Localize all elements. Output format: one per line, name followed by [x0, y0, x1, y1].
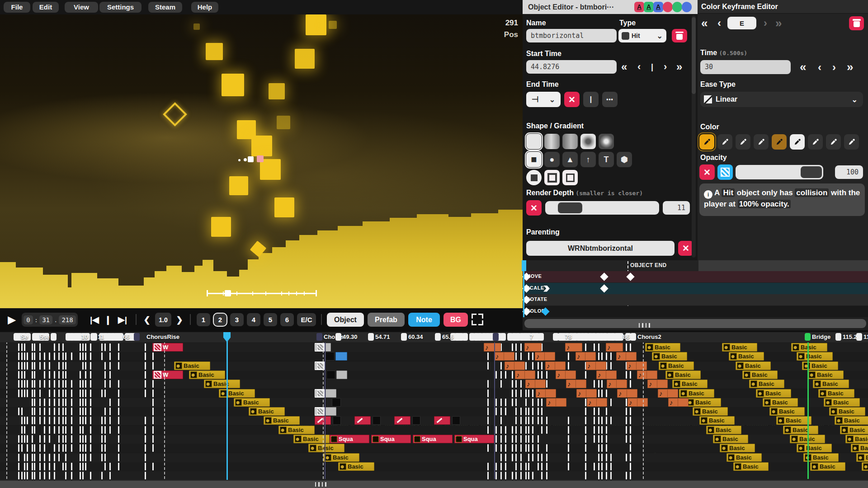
timeline-block-basic[interactable]: Basic: [249, 407, 285, 416]
timeline-block[interactable]: [412, 416, 420, 425]
timeline-block-basic[interactable]: Basic: [706, 426, 741, 434]
theme-text-button[interactable]: A: [644, 2, 654, 12]
color-swatch-9[interactable]: [844, 134, 859, 150]
time-nudge-right[interactable]: ›: [832, 60, 836, 74]
theme-color-button[interactable]: [663, 2, 673, 12]
timeline-block[interactable]: [333, 416, 341, 425]
theme-text-button[interactable]: A: [653, 2, 663, 12]
object-editor-scrollbar[interactable]: [692, 15, 696, 258]
timeline-block-basic[interactable]: Basic: [722, 343, 757, 352]
timeline-block[interactable]: [616, 380, 627, 388]
parent-clear-button[interactable]: ✕: [678, 241, 693, 256]
timeline-block-squa[interactable]: Squa: [330, 435, 369, 443]
type-dropdown[interactable]: Hit ⌄: [618, 29, 666, 42]
timeline-block[interactable]: [326, 371, 335, 379]
menu-item-settings[interactable]: Settings: [99, 2, 142, 13]
color-swatch-3[interactable]: [736, 134, 750, 150]
kf-prev-button[interactable]: ‹: [717, 16, 721, 30]
timeline-marker[interactable]: [335, 333, 341, 341]
timeline-block-basic[interactable]: Basic: [293, 435, 330, 443]
mask-circle-button[interactable]: [526, 170, 542, 185]
ease-type-dropdown[interactable]: Linear ⌄: [700, 92, 863, 107]
render-depth-value[interactable]: 11: [663, 201, 690, 215]
timeline-checkpoint-flag[interactable]: [316, 333, 322, 341]
shape-circle-button[interactable]: ●: [544, 152, 560, 167]
timeline-block[interactable]: [646, 371, 657, 379]
timeline-block[interactable]: [556, 398, 566, 407]
render-depth-reset-button[interactable]: ✕: [526, 200, 542, 216]
timeline-block[interactable]: [596, 398, 607, 407]
gradient-radial-out-button[interactable]: [599, 134, 614, 149]
timeline-scrollbar[interactable]: [0, 480, 868, 488]
color-swatch-5[interactable]: [772, 134, 787, 150]
timeline-block[interactable]: ♪: [606, 343, 623, 352]
timeline-block[interactable]: [373, 416, 381, 425]
timeline-marker[interactable]: [14, 333, 19, 341]
mask-square-thin-button[interactable]: [562, 170, 578, 185]
gradient-radial-in-button[interactable]: [580, 134, 596, 149]
timeline-block-basic[interactable]: Basic: [818, 389, 854, 398]
end-time-more-button[interactable]: •••: [602, 92, 618, 107]
timeline-marker[interactable]: [33, 333, 38, 341]
timeline-block-basic[interactable]: Basic: [756, 389, 791, 398]
timeline-block[interactable]: [565, 371, 576, 379]
timeline-block-basic[interactable]: Basic: [338, 462, 374, 471]
kf-next-button[interactable]: ›: [764, 16, 767, 30]
timeline-block[interactable]: [394, 416, 410, 425]
timeline-block-w[interactable]: W: [152, 343, 183, 352]
timeline-block[interactable]: [434, 416, 450, 425]
opacity-slider-thumb[interactable]: [801, 166, 822, 178]
tab-note[interactable]: Note: [408, 313, 440, 327]
color-swatch-6[interactable]: [790, 134, 805, 150]
timeline-block[interactable]: [326, 389, 336, 398]
time-nudge-big-left[interactable]: «: [800, 60, 806, 74]
theme-color-button[interactable]: [682, 2, 692, 12]
timeline-block[interactable]: [576, 380, 586, 388]
timeline-marker[interactable]: [368, 333, 374, 341]
timeline-block[interactable]: [335, 352, 347, 361]
timeline-marker-bridge[interactable]: [805, 333, 811, 341]
theme-text-button[interactable]: A: [634, 2, 644, 12]
timeline-block-basic[interactable]: Basic: [665, 371, 701, 379]
timeline-block[interactable]: [657, 380, 668, 388]
speed-value[interactable]: 1.0: [155, 313, 171, 327]
timeline-block[interactable]: [595, 361, 606, 370]
start-time-first-button[interactable]: «: [621, 60, 627, 74]
timeline-block-basic[interactable]: Basic: [810, 462, 845, 471]
timeline-block[interactable]: ♪: [484, 343, 501, 352]
fullscreen-button[interactable]: [472, 314, 483, 325]
start-time-prev-button[interactable]: ‹: [637, 60, 641, 74]
timeline-block[interactable]: [606, 371, 617, 379]
opacity-blend-button[interactable]: [717, 164, 733, 180]
timeline-block-basic[interactable]: Basic: [791, 343, 827, 352]
timeline-marker[interactable]: [74, 333, 80, 341]
timeline-block-basic[interactable]: Basic: [720, 444, 755, 452]
menu-item-view[interactable]: View: [65, 2, 98, 13]
shape-triangle-button[interactable]: ▲: [562, 152, 578, 167]
delete-keyframe-button[interactable]: [849, 16, 864, 30]
menu-item-edit[interactable]: Edit: [33, 2, 59, 13]
keyframe-diamond[interactable]: [600, 272, 608, 281]
timeline-block-basic[interactable]: Basic: [742, 371, 778, 379]
tab-bg[interactable]: BG: [443, 313, 468, 327]
timeline-marker[interactable]: [523, 333, 528, 341]
timeline-block-basic[interactable]: Basic: [769, 407, 805, 416]
gradient-solid-button[interactable]: [526, 134, 542, 149]
menu-item-steam[interactable]: Steam: [148, 2, 182, 13]
start-time-next-button[interactable]: ›: [664, 60, 667, 74]
color-swatch-2[interactable]: [717, 134, 732, 150]
timeline-block-basic[interactable]: Basic: [219, 389, 255, 398]
gradient-linear-rl-button[interactable]: [562, 134, 578, 149]
timeline-block[interactable]: [586, 389, 597, 398]
shape-arrow-button[interactable]: ↑: [580, 152, 596, 167]
timeline-block-basic[interactable]: Basic: [652, 352, 687, 361]
progress-knob[interactable]: [225, 290, 231, 296]
timeline-block-basic[interactable]: Basic: [204, 380, 240, 388]
timeline-block[interactable]: [332, 398, 341, 407]
layer-button-E-C[interactable]: E/C: [297, 313, 316, 326]
delete-object-button[interactable]: [672, 29, 687, 42]
keyframe-row-color[interactable]: COLOR: [523, 306, 868, 317]
start-time-input[interactable]: 44.8276: [526, 60, 617, 74]
color-swatch-7[interactable]: [808, 134, 823, 150]
timeline-ruler[interactable]: Se5se101166ChorusRiseChorus49.3054.7160.…: [0, 332, 868, 343]
